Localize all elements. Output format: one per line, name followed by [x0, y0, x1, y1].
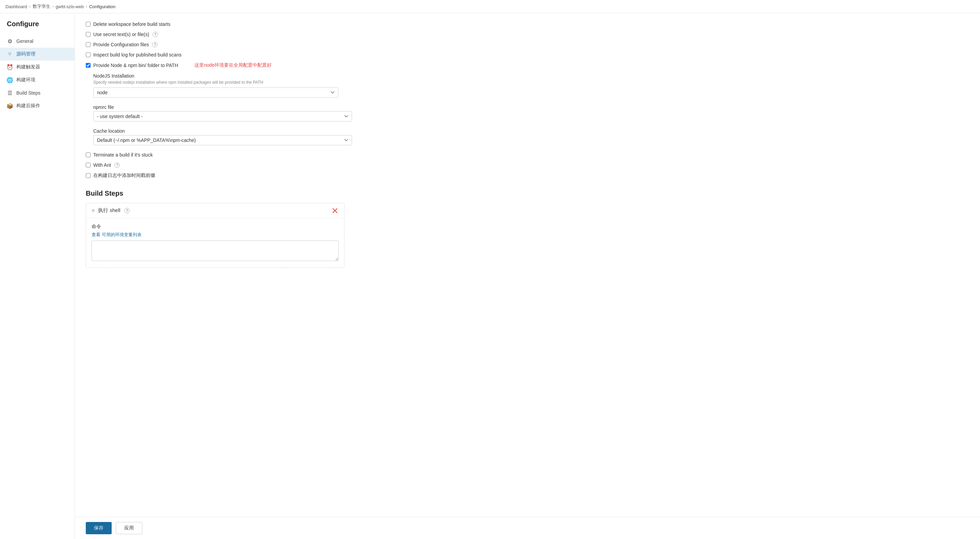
sidebar-item-general[interactable]: ⚙ General	[0, 35, 75, 48]
nodejs-select[interactable]: node	[93, 87, 338, 98]
checkbox-inspect-log: Inspect build log for published build sc…	[86, 52, 969, 57]
build-step-title-row-1: ≡ 执行 shell ?	[92, 207, 130, 214]
build-steps-section: Build Steps ≡ 执行 shell ? 命令	[86, 189, 969, 268]
checkbox-provide-node-input[interactable]	[86, 63, 91, 68]
nodejs-field-sublabel: Specify needed nodejs installation where…	[93, 80, 969, 85]
apply-button[interactable]: 应用	[116, 522, 142, 534]
checkbox-terminate-stuck: Terminate a build if it's stuck	[86, 152, 969, 157]
build-step-name-1: 执行 shell	[98, 207, 120, 214]
checkbox-delete-workspace-label: Delete workspace before build starts	[93, 21, 170, 27]
checkbox-delete-workspace: Delete workspace before build starts	[86, 21, 969, 27]
checkbox-provide-node-label: Provide Node & npm bin/ folder to PATH	[93, 63, 178, 68]
sidebar-label-general: General	[16, 38, 33, 44]
breadcrumb-project[interactable]: 数字孪生	[33, 3, 50, 10]
clock-icon: ⏰	[7, 64, 13, 70]
list-icon: ☰	[7, 90, 13, 96]
checkbox-add-timestamp-input[interactable]	[86, 173, 91, 178]
breadcrumb-current: Configuration	[89, 4, 115, 9]
gear-icon: ⚙	[7, 38, 13, 44]
sidebar-label-env: 构建环境	[16, 77, 35, 83]
breadcrumb: Dashboard › 数字孪生 › gwfd-szls-web › Confi…	[0, 0, 980, 13]
fork-icon: ⑂	[7, 51, 13, 57]
save-button[interactable]: 保存	[86, 522, 111, 534]
checkbox-add-timestamp: 在构建日志中添加时间戳前缀	[86, 173, 969, 179]
npmrc-select[interactable]: - use system default -	[93, 111, 352, 121]
npmrc-select-wrapper: - use system default -	[93, 111, 352, 121]
nodejs-red-note: 这里node环境要在全局配置中配置好	[194, 62, 272, 68]
cache-select-wrapper: Default (~/.npm or %APP_DATA%\npm-cache)	[93, 135, 352, 145]
breadcrumb-sep-3: ›	[86, 4, 87, 9]
nodejs-select-wrapper: node	[93, 87, 338, 98]
breadcrumb-sep-2: ›	[52, 4, 54, 9]
checkbox-provide-config-input[interactable]	[86, 42, 91, 47]
build-step-body-1: 命令 查看 可用的环境变量列表	[86, 218, 344, 267]
footer: 保存 应用	[75, 517, 980, 539]
breadcrumb-job[interactable]: gwfd-szls-web	[56, 4, 84, 9]
checkbox-provide-config-label: Provide Configuration files	[93, 42, 149, 47]
breadcrumb-sep-1: ›	[29, 4, 31, 9]
nodejs-section: NodeJS Installation Specify needed nodej…	[93, 73, 969, 98]
checkbox-add-timestamp-label: 在构建日志中添加时间戳前缀	[93, 173, 155, 179]
sidebar-label-post: 构建后操作	[16, 103, 40, 109]
checkbox-inspect-log-label: Inspect build log for published build sc…	[93, 52, 181, 57]
cache-select[interactable]: Default (~/.npm or %APP_DATA%\npm-cache)	[93, 135, 352, 145]
build-steps-title: Build Steps	[86, 189, 969, 197]
checkbox-inspect-log-input[interactable]	[86, 52, 91, 57]
sidebar-item-build-trigger[interactable]: ⏰ 构建触发器	[0, 60, 75, 73]
sidebar-item-post-build[interactable]: 📦 构建后操作	[0, 99, 75, 112]
command-label: 命令	[92, 224, 339, 230]
checkbox-with-ant: With Ant ?	[86, 162, 969, 168]
sidebar-item-source-management[interactable]: ⑂ 源码管理	[0, 48, 75, 60]
help-provide-config-icon[interactable]: ?	[152, 42, 158, 47]
sidebar-item-build-env[interactable]: 🌐 构建环境	[0, 73, 75, 86]
cache-section: Cache location Default (~/.npm or %APP_D…	[93, 128, 969, 145]
build-step-card-1: ≡ 执行 shell ? 命令 查看 可用的环境变量列表	[86, 203, 344, 268]
npmrc-field-label: npmrc file	[93, 105, 969, 110]
help-use-secret-icon[interactable]: ?	[153, 32, 158, 37]
build-step-header-1: ≡ 执行 shell ?	[86, 203, 344, 218]
cache-field-label: Cache location	[93, 128, 969, 134]
sidebar-label-trigger: 构建触发器	[16, 64, 40, 70]
checkbox-use-secret: Use secret text(s) or file(s) ?	[86, 32, 969, 37]
command-textarea[interactable]	[92, 240, 339, 261]
checkbox-with-ant-input[interactable]	[86, 163, 91, 167]
main-content: Delete workspace before build starts Use…	[75, 13, 980, 539]
checkbox-provide-node: Provide Node & npm bin/ folder to PATH 这…	[86, 62, 969, 68]
checkbox-provide-config: Provide Configuration files ?	[86, 42, 969, 47]
close-step-button[interactable]	[331, 208, 339, 214]
env-variables-link[interactable]: 查看 可用的环境变量列表	[92, 232, 142, 238]
breadcrumb-dashboard[interactable]: Dashboard	[5, 4, 27, 9]
nodejs-field-label: NodeJS Installation	[93, 73, 969, 79]
globe-icon: 🌐	[7, 77, 13, 83]
package-icon: 📦	[7, 103, 13, 109]
sidebar-label-steps: Build Steps	[16, 90, 40, 95]
checkbox-use-secret-input[interactable]	[86, 32, 91, 37]
sidebar: Configure ⚙ General ⑂ 源码管理 ⏰ 构建触发器 🌐 构建环…	[0, 13, 75, 539]
help-with-ant-icon[interactable]: ?	[115, 162, 120, 168]
npmrc-section: npmrc file - use system default -	[93, 105, 969, 121]
help-step-icon[interactable]: ?	[124, 208, 130, 213]
drag-handle-icon[interactable]: ≡	[92, 208, 95, 214]
checkbox-with-ant-label: With Ant	[93, 162, 111, 168]
sidebar-item-build-steps[interactable]: ☰ Build Steps	[0, 86, 75, 99]
sidebar-label-source: 源码管理	[16, 51, 35, 57]
checkbox-delete-workspace-input[interactable]	[86, 22, 91, 27]
sidebar-title: Configure	[0, 20, 75, 35]
checkbox-terminate-stuck-input[interactable]	[86, 153, 91, 157]
checkbox-terminate-stuck-label: Terminate a build if it's stuck	[93, 152, 153, 157]
checkbox-use-secret-label: Use secret text(s) or file(s)	[93, 32, 149, 37]
